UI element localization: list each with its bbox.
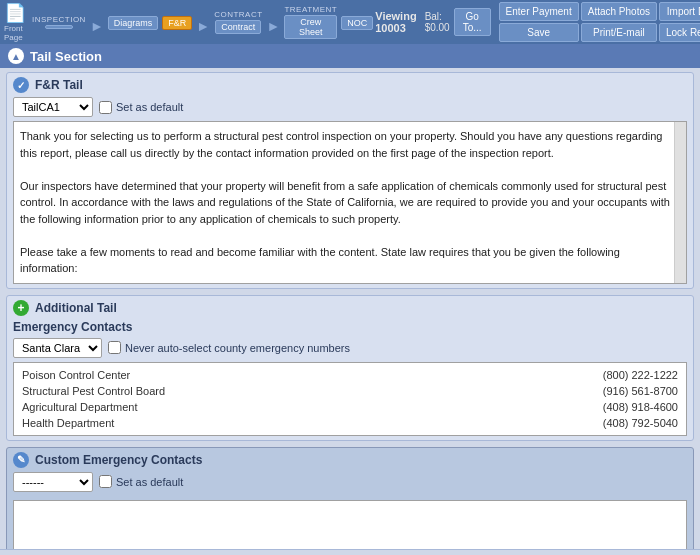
noc-box[interactable]: NOC [341,16,373,30]
viewing-number: Viewing 10003 [375,10,416,34]
nav-step-treatment[interactable]: TREATMENT Crew Sheet [284,5,337,39]
never-auto-select-checkbox[interactable] [108,341,121,354]
nav-step-fandr[interactable]: F&R [162,15,192,30]
nav-step-inspection[interactable]: INSPECTION [32,15,86,29]
attach-photos-button[interactable]: Attach Photos [581,2,657,21]
fandr-controls: TailCA1 Set as default [13,97,687,117]
section-header: ▲ Tail Section [0,44,700,68]
fandr-box[interactable]: F&R [162,16,192,30]
nav-step-contract[interactable]: CONTRACT Contract [214,10,262,34]
arrow-3: ► [267,18,281,34]
contact-row-3: Agricultural Department (408) 918-4600 [22,399,678,415]
lock-report-button[interactable]: Lock Report [659,23,700,42]
contact-phone-3: (408) 918-4600 [603,401,678,413]
plus-icon: + [13,300,29,316]
tail-text-para2: Our inspectors have determined that your… [20,178,680,228]
treatment-box[interactable]: Crew Sheet [284,15,337,39]
arrow-2: ► [196,18,210,34]
contact-name-2: Structural Pest Control Board [22,385,165,397]
top-navigation: 📄 Front Page INSPECTION ► Diagrams F&R ►… [0,0,700,44]
contact-row-2: Structural Pest Control Board (916) 561-… [22,383,678,399]
emergency-controls: Santa Clara Never auto-select county eme… [13,338,687,358]
arrow-1: ► [90,18,104,34]
enter-payment-button[interactable]: Enter Payment [499,2,579,21]
custom-dropdown[interactable]: ------ [13,472,93,492]
inspection-box[interactable] [45,25,73,29]
contact-table: Poison Control Center (800) 222-1222 Str… [13,362,687,436]
nav-step-diagrams[interactable]: Diagrams [108,15,159,30]
contact-row-1: Poison Control Center (800) 222-1222 [22,367,678,383]
main-content: ✓ F&R Tail TailCA1 Set as default Thank … [0,68,700,549]
workflow-steps: 📄 Front Page INSPECTION ► Diagrams F&R ►… [4,2,375,42]
custom-text-area[interactable] [13,500,687,550]
bottom-navigation: Previous Next [0,549,700,555]
custom-check-icon: ✎ [13,452,29,468]
contact-name-4: Health Department [22,417,114,429]
goto-button[interactable]: Go To... [454,8,491,36]
county-dropdown[interactable]: Santa Clara [13,338,102,358]
custom-controls: ------ Set as default [13,472,687,492]
contact-row-4: Health Department (408) 792-5040 [22,415,678,431]
viewing-info: Viewing 10003 Bal: $0.00 Go To... [375,8,490,36]
tail-text-container: Thank you for selecting us to perform a … [13,121,687,284]
contact-name-3: Agricultural Department [22,401,138,413]
fandr-tail-section: ✓ F&R Tail TailCA1 Set as default Thank … [6,72,694,289]
contract-box[interactable]: Contract [215,20,261,34]
action-buttons: Enter Payment Attach Photos Import Data … [499,2,700,42]
diagrams-box[interactable]: Diagrams [108,16,159,30]
contact-phone-4: (408) 792-5040 [603,417,678,429]
never-auto-select-label[interactable]: Never auto-select county emergency numbe… [108,341,350,354]
tail-dropdown[interactable]: TailCA1 [13,97,93,117]
tail-text-para3: Please take a few moments to read and be… [20,244,680,277]
set-default-checkbox[interactable] [99,101,112,114]
section-title: Tail Section [30,49,102,64]
nav-step-noc[interactable]: NOC [341,15,373,30]
balance: Bal: $0.00 [425,11,450,33]
tail-text-para1: Thank you for selecting us to perform a … [20,128,680,161]
emergency-contacts-container: Emergency Contacts Santa Clara Never aut… [13,320,687,436]
additional-tail-title: + Additional Tail [13,300,687,316]
custom-set-default-checkbox[interactable] [99,475,112,488]
contact-phone-2: (916) 561-8700 [603,385,678,397]
section-icon: ▲ [8,48,24,64]
custom-emergency-title: ✎ Custom Emergency Contacts [13,452,687,468]
contact-phone-1: (800) 222-1222 [603,369,678,381]
emergency-contacts-title: Emergency Contacts [13,320,687,334]
import-data-button[interactable]: Import Data [659,2,700,21]
custom-emergency-section: ✎ Custom Emergency Contacts ------ Set a… [6,447,694,550]
save-button[interactable]: Save [499,23,579,42]
check-icon: ✓ [13,77,29,93]
custom-set-default-label[interactable]: Set as default [99,475,183,488]
additional-tail-section: + Additional Tail Emergency Contacts San… [6,295,694,441]
fandr-tail-title: ✓ F&R Tail [13,77,687,93]
set-default-label[interactable]: Set as default [99,101,183,114]
print-email-button[interactable]: Print/E-mail [581,23,657,42]
nav-front-page[interactable]: 📄 Front Page [4,2,26,42]
tail-text-box: Thank you for selecting us to perform a … [13,121,687,284]
contact-name-1: Poison Control Center [22,369,130,381]
text-scrollbar[interactable] [674,122,686,283]
